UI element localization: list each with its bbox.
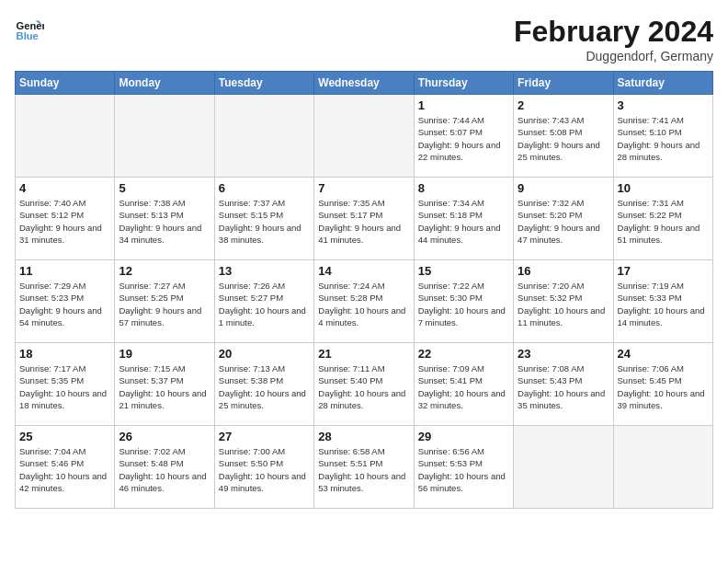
day-number: 23 — [518, 347, 609, 361]
day-info: Sunrise: 7:37 AM Sunset: 5:15 PM Dayligh… — [219, 197, 310, 246]
calendar-day-cell: 11Sunrise: 7:29 AM Sunset: 5:23 PM Dayli… — [16, 260, 115, 343]
day-info: Sunrise: 7:06 AM Sunset: 5:45 PM Dayligh… — [618, 362, 709, 411]
day-info: Sunrise: 7:43 AM Sunset: 5:08 PM Dayligh… — [518, 114, 609, 163]
calendar-day-cell: 26Sunrise: 7:02 AM Sunset: 5:48 PM Dayli… — [115, 426, 214, 509]
calendar-day-cell: 25Sunrise: 7:04 AM Sunset: 5:46 PM Dayli… — [16, 426, 115, 509]
day-info: Sunrise: 7:32 AM Sunset: 5:20 PM Dayligh… — [518, 197, 609, 246]
logo: General Blue — [15, 15, 44, 44]
day-number: 1 — [418, 98, 509, 112]
weekday-header: Saturday — [613, 72, 712, 95]
calendar-day-cell: 12Sunrise: 7:27 AM Sunset: 5:25 PM Dayli… — [115, 260, 214, 343]
calendar-day-cell: 6Sunrise: 7:37 AM Sunset: 5:15 PM Daylig… — [214, 178, 313, 260]
calendar-day-cell: 14Sunrise: 7:24 AM Sunset: 5:28 PM Dayli… — [314, 260, 414, 343]
calendar-day-cell — [115, 95, 214, 178]
day-info: Sunrise: 7:19 AM Sunset: 5:33 PM Dayligh… — [618, 280, 709, 328]
day-number: 18 — [19, 347, 110, 361]
calendar-day-cell: 3Sunrise: 7:41 AM Sunset: 5:10 PM Daylig… — [613, 95, 712, 178]
day-number: 13 — [219, 264, 310, 278]
weekday-header: Sunday — [16, 72, 115, 95]
day-number: 15 — [418, 264, 509, 278]
day-number: 6 — [219, 181, 310, 195]
day-info: Sunrise: 7:26 AM Sunset: 5:27 PM Dayligh… — [219, 280, 310, 328]
day-info: Sunrise: 7:29 AM Sunset: 5:23 PM Dayligh… — [19, 280, 110, 328]
calendar-day-cell — [514, 426, 613, 509]
svg-text:Blue: Blue — [17, 30, 39, 41]
day-info: Sunrise: 7:04 AM Sunset: 5:46 PM Dayligh… — [19, 445, 110, 494]
calendar-day-cell: 13Sunrise: 7:26 AM Sunset: 5:27 PM Dayli… — [214, 260, 313, 343]
day-number: 7 — [318, 181, 409, 195]
day-number: 14 — [318, 264, 409, 278]
day-info: Sunrise: 7:35 AM Sunset: 5:17 PM Dayligh… — [318, 197, 409, 246]
calendar-day-cell: 18Sunrise: 7:17 AM Sunset: 5:35 PM Dayli… — [16, 343, 115, 426]
day-info: Sunrise: 7:27 AM Sunset: 5:25 PM Dayligh… — [119, 280, 210, 328]
day-number: 20 — [219, 347, 310, 361]
day-info: Sunrise: 7:08 AM Sunset: 5:43 PM Dayligh… — [518, 362, 609, 411]
calendar-day-cell: 4Sunrise: 7:40 AM Sunset: 5:12 PM Daylig… — [16, 178, 115, 260]
day-info: Sunrise: 7:34 AM Sunset: 5:18 PM Dayligh… — [418, 197, 509, 246]
calendar-day-cell: 7Sunrise: 7:35 AM Sunset: 5:17 PM Daylig… — [314, 178, 414, 260]
day-number: 22 — [418, 347, 509, 361]
calendar-week-row: 25Sunrise: 7:04 AM Sunset: 5:46 PM Dayli… — [16, 426, 713, 509]
calendar-day-cell: 8Sunrise: 7:34 AM Sunset: 5:18 PM Daylig… — [414, 178, 513, 260]
day-number: 17 — [618, 264, 709, 278]
month-title: February 2024 — [514, 15, 713, 49]
calendar-day-cell — [16, 95, 115, 178]
calendar-day-cell — [613, 426, 712, 509]
day-number: 10 — [618, 181, 709, 195]
day-info: Sunrise: 7:17 AM Sunset: 5:35 PM Dayligh… — [19, 362, 110, 411]
day-info: Sunrise: 7:00 AM Sunset: 5:50 PM Dayligh… — [219, 445, 310, 494]
day-number: 26 — [119, 430, 210, 443]
calendar-day-cell: 23Sunrise: 7:08 AM Sunset: 5:43 PM Dayli… — [514, 343, 613, 426]
day-number: 29 — [418, 430, 509, 443]
calendar-week-row: 11Sunrise: 7:29 AM Sunset: 5:23 PM Dayli… — [16, 260, 713, 343]
calendar-week-row: 18Sunrise: 7:17 AM Sunset: 5:35 PM Dayli… — [16, 343, 713, 426]
day-number: 24 — [618, 347, 709, 361]
day-number: 9 — [518, 181, 609, 195]
calendar-day-cell: 15Sunrise: 7:22 AM Sunset: 5:30 PM Dayli… — [414, 260, 513, 343]
day-info: Sunrise: 7:31 AM Sunset: 5:22 PM Dayligh… — [618, 197, 709, 246]
day-number: 8 — [418, 181, 509, 195]
calendar-week-row: 1Sunrise: 7:44 AM Sunset: 5:07 PM Daylig… — [16, 95, 713, 178]
calendar-day-cell: 22Sunrise: 7:09 AM Sunset: 5:41 PM Dayli… — [414, 343, 513, 426]
day-number: 11 — [19, 264, 110, 278]
day-info: Sunrise: 7:11 AM Sunset: 5:40 PM Dayligh… — [318, 362, 409, 411]
calendar-day-cell: 19Sunrise: 7:15 AM Sunset: 5:37 PM Dayli… — [115, 343, 214, 426]
day-info: Sunrise: 7:24 AM Sunset: 5:28 PM Dayligh… — [318, 280, 409, 328]
title-area: February 2024 Duggendorf, Germany — [514, 15, 713, 63]
day-number: 28 — [318, 430, 409, 443]
calendar-day-cell: 29Sunrise: 6:56 AM Sunset: 5:53 PM Dayli… — [414, 426, 513, 509]
day-info: Sunrise: 6:58 AM Sunset: 5:51 PM Dayligh… — [318, 445, 409, 494]
calendar-day-cell: 27Sunrise: 7:00 AM Sunset: 5:50 PM Dayli… — [214, 426, 313, 509]
calendar-day-cell: 16Sunrise: 7:20 AM Sunset: 5:32 PM Dayli… — [514, 260, 613, 343]
day-info: Sunrise: 7:40 AM Sunset: 5:12 PM Dayligh… — [19, 197, 110, 246]
calendar-day-cell: 9Sunrise: 7:32 AM Sunset: 5:20 PM Daylig… — [514, 178, 613, 260]
calendar-day-cell: 1Sunrise: 7:44 AM Sunset: 5:07 PM Daylig… — [414, 95, 513, 178]
location-subtitle: Duggendorf, Germany — [514, 49, 713, 63]
day-info: Sunrise: 7:13 AM Sunset: 5:38 PM Dayligh… — [219, 362, 310, 411]
day-number: 5 — [119, 181, 210, 195]
calendar-day-cell: 17Sunrise: 7:19 AM Sunset: 5:33 PM Dayli… — [613, 260, 712, 343]
calendar-day-cell — [214, 95, 313, 178]
day-info: Sunrise: 7:44 AM Sunset: 5:07 PM Dayligh… — [418, 114, 509, 163]
weekday-header: Wednesday — [314, 72, 414, 95]
day-info: Sunrise: 7:20 AM Sunset: 5:32 PM Dayligh… — [518, 280, 609, 328]
calendar-day-cell: 24Sunrise: 7:06 AM Sunset: 5:45 PM Dayli… — [613, 343, 712, 426]
calendar-day-cell: 20Sunrise: 7:13 AM Sunset: 5:38 PM Dayli… — [214, 343, 313, 426]
day-number: 16 — [518, 264, 609, 278]
calendar-table: SundayMondayTuesdayWednesdayThursdayFrid… — [15, 71, 713, 509]
calendar-day-cell — [314, 95, 414, 178]
calendar-week-row: 4Sunrise: 7:40 AM Sunset: 5:12 PM Daylig… — [16, 178, 713, 260]
header: General Blue February 2024 Duggendorf, G… — [15, 15, 713, 63]
day-info: Sunrise: 7:22 AM Sunset: 5:30 PM Dayligh… — [418, 280, 509, 328]
calendar-day-cell: 2Sunrise: 7:43 AM Sunset: 5:08 PM Daylig… — [514, 95, 613, 178]
day-info: Sunrise: 7:09 AM Sunset: 5:41 PM Dayligh… — [418, 362, 509, 411]
day-number: 27 — [219, 430, 310, 443]
day-info: Sunrise: 7:02 AM Sunset: 5:48 PM Dayligh… — [119, 445, 210, 494]
day-info: Sunrise: 7:38 AM Sunset: 5:13 PM Dayligh… — [119, 197, 210, 246]
day-number: 25 — [19, 430, 110, 443]
day-info: Sunrise: 7:15 AM Sunset: 5:37 PM Dayligh… — [119, 362, 210, 411]
calendar-day-cell: 10Sunrise: 7:31 AM Sunset: 5:22 PM Dayli… — [613, 178, 712, 260]
day-info: Sunrise: 6:56 AM Sunset: 5:53 PM Dayligh… — [418, 445, 509, 494]
weekday-header: Tuesday — [214, 72, 313, 95]
day-number: 3 — [618, 98, 709, 112]
